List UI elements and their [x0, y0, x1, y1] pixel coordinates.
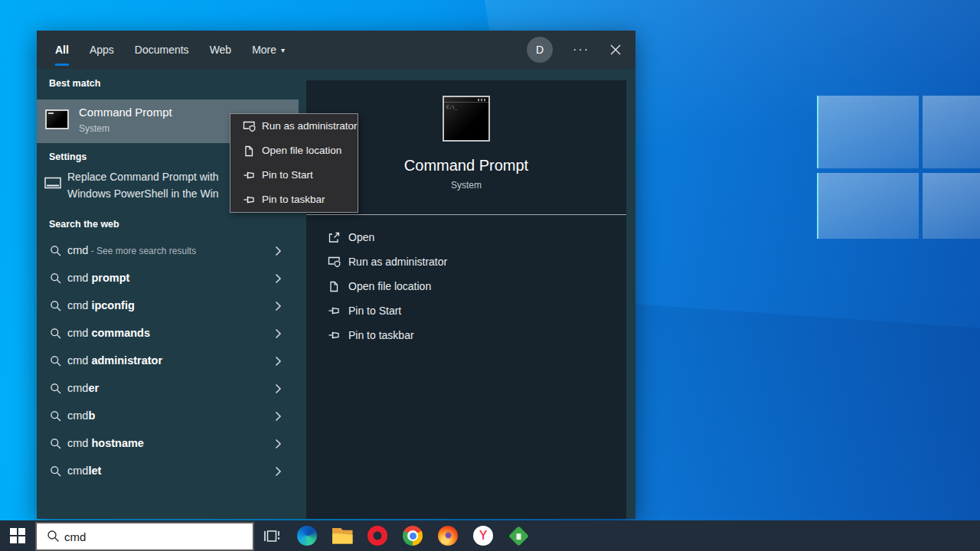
chrome-browser-button[interactable]	[395, 520, 430, 551]
menu-item-label: Pin to taskbar	[262, 194, 325, 205]
suggestion-completion: administrator	[91, 354, 162, 367]
tab-web[interactable]: Web	[210, 31, 232, 69]
opera-browser-button[interactable]	[360, 520, 395, 551]
command-prompt-icon	[45, 109, 69, 129]
wallpaper-window-pane	[923, 96, 980, 168]
search-icon	[50, 355, 62, 367]
command-prompt-icon-large: C:\_	[443, 96, 490, 142]
tab-web-label: Web	[210, 44, 232, 56]
settings-header: Settings	[49, 152, 87, 162]
action-pin-to-start[interactable]: Pin to Start	[306, 299, 626, 324]
chevron-right-icon[interactable]	[275, 273, 282, 284]
header-controls: D ···	[527, 37, 635, 63]
chevron-right-icon[interactable]	[275, 411, 282, 422]
suggestion-completion: er	[88, 382, 99, 394]
admin-shield-icon	[243, 120, 256, 133]
console-window-icon	[44, 177, 61, 189]
active-tab-underline	[55, 64, 69, 66]
menu-item-run-as-administrator[interactable]: Run as administrator	[230, 114, 358, 139]
search-suggestion-row[interactable]: cmd commands	[37, 320, 299, 347]
chevron-right-icon[interactable]	[275, 301, 282, 311]
suggestion-typed: cmd	[67, 327, 91, 339]
opera-icon	[368, 526, 387, 546]
chevron-down-icon: ▾	[281, 46, 285, 54]
context-menu: Run as administrator Open file location …	[230, 113, 358, 213]
tab-apps[interactable]: Apps	[90, 31, 114, 69]
search-suggestion-row[interactable]: cmd ipconfig	[37, 292, 299, 320]
action-label: Pin to taskbar	[348, 329, 414, 341]
search-suggestion-row[interactable]: cmd - See more search results	[37, 237, 299, 265]
search-icon	[50, 272, 62, 285]
search-suggestion-row[interactable]: cmd hostname	[37, 430, 299, 458]
green-diamond-app-button[interactable]	[501, 520, 536, 551]
chevron-right-icon[interactable]	[275, 466, 282, 477]
menu-item-label: Run as administrator	[262, 120, 358, 132]
chevron-right-icon[interactable]	[275, 383, 282, 394]
menu-item-pin-to-start[interactable]: Pin to Start	[230, 163, 358, 187]
chrome-icon	[403, 526, 423, 546]
firefox-browser-button[interactable]	[430, 520, 466, 551]
menu-item-pin-to-taskbar[interactable]: Pin to taskbar	[230, 187, 358, 212]
edge-browser-button[interactable]	[289, 520, 325, 551]
prompt-mark	[48, 112, 54, 114]
search-input[interactable]	[64, 527, 240, 546]
action-label: Run as administrator	[348, 256, 447, 268]
pin-icon	[328, 305, 341, 317]
search-web-header: Search the web	[49, 219, 119, 230]
menu-item-open-file-location[interactable]: Open file location	[230, 139, 358, 163]
action-label: Pin to Start	[348, 305, 401, 317]
suggestion-completion: ipconfig	[91, 299, 134, 311]
windows-logo-icon	[10, 528, 25, 543]
wallpaper-window-pane	[817, 173, 919, 239]
edge-icon	[297, 526, 317, 546]
close-icon[interactable]	[609, 44, 622, 56]
chevron-right-icon[interactable]	[275, 246, 282, 256]
search-flyout: All Apps Documents Web More ▾ D ··· B	[37, 31, 635, 519]
suggestion-completion: let	[88, 465, 101, 477]
tab-more-label: More	[252, 44, 276, 56]
search-suggestion-row[interactable]: cmdb	[37, 403, 299, 430]
taskbar: Y	[0, 520, 980, 551]
tab-all[interactable]: All	[55, 31, 69, 69]
menu-item-label: Pin to Start	[262, 169, 313, 181]
admin-shield-icon	[328, 256, 341, 269]
chevron-right-icon[interactable]	[275, 439, 282, 449]
chevron-right-icon[interactable]	[275, 328, 282, 339]
suggestion-completion: hostname	[91, 437, 144, 449]
yandex-browser-icon: Y	[473, 526, 493, 546]
tab-more[interactable]: More ▾	[252, 31, 285, 69]
chevron-right-icon[interactable]	[275, 356, 282, 367]
prompt-text: C:\_	[446, 104, 457, 109]
suggestion-completion: commands	[91, 327, 150, 339]
suggestion-typed: cmd	[67, 299, 91, 311]
search-suggestion-row[interactable]: cmd prompt	[37, 265, 299, 292]
action-label: Open	[348, 231, 374, 243]
action-run-as-administrator[interactable]: Run as administrator	[306, 250, 626, 275]
file-explorer-button[interactable]	[325, 520, 360, 551]
file-location-icon	[328, 280, 340, 293]
suggestion-typed: cmd	[67, 382, 88, 394]
user-avatar[interactable]: D	[527, 37, 553, 63]
task-view-icon	[263, 528, 280, 544]
tab-documents-label: Documents	[135, 44, 189, 56]
taskbar-search-box[interactable]	[35, 522, 254, 551]
action-pin-to-taskbar[interactable]: Pin to taskbar	[306, 324, 626, 348]
search-icon	[50, 383, 62, 395]
search-icon	[50, 438, 62, 450]
start-button[interactable]	[0, 520, 35, 551]
action-open[interactable]: Open	[306, 226, 626, 250]
yandex-browser-button[interactable]: Y	[466, 520, 501, 551]
task-view-button[interactable]	[254, 520, 289, 551]
action-open-file-location[interactable]: Open file location	[306, 275, 626, 299]
desktop: All Apps Documents Web More ▾ D ··· B	[0, 0, 980, 551]
more-options-icon[interactable]: ···	[573, 43, 590, 57]
file-explorer-icon	[332, 528, 353, 544]
tab-documents[interactable]: Documents	[135, 31, 189, 69]
search-suggestion-row[interactable]: cmd administrator	[37, 347, 299, 375]
suggestion-typed: cmd	[67, 354, 91, 367]
pin-icon	[243, 169, 256, 181]
search-suggestion-row[interactable]: cmdlet	[37, 458, 299, 485]
pin-icon	[328, 329, 341, 341]
action-label: Open file location	[348, 280, 431, 292]
search-suggestion-row[interactable]: cmder	[37, 375, 299, 403]
